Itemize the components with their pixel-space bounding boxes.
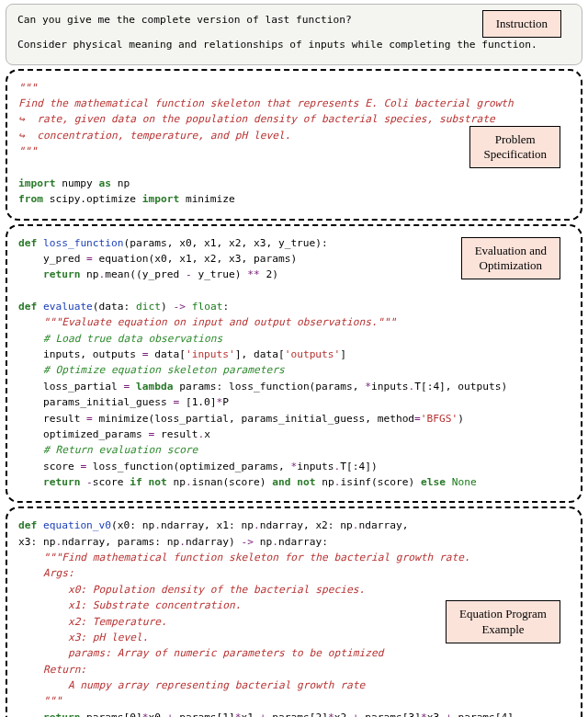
comment: # Load true data observations (43, 333, 222, 345)
op-plus: + (260, 711, 266, 717)
kw-return: return (43, 711, 80, 717)
doc-x2: x2: Temperature. (68, 616, 167, 628)
str: 'BFGS' (421, 413, 458, 425)
bf-float: float (192, 301, 223, 313)
op-star: * (421, 711, 427, 717)
triple-open: """ (18, 82, 37, 94)
op-dstar: ** (247, 268, 259, 280)
txt: ndarray: (278, 536, 328, 548)
txt: T[:4]) (340, 461, 377, 472)
txt: score (93, 476, 130, 488)
txt: score (18, 461, 80, 472)
txt: np (315, 476, 334, 488)
spec-l3: concentration, temperature, and pH level… (37, 130, 290, 142)
txt: loss_function(optimized_params, (86, 461, 290, 472)
txt: equation(x0, x1, x2, x3, params) (93, 253, 297, 265)
label-instruction: Instruction (482, 10, 561, 38)
docstring: """Evaluate equation on input and output… (43, 316, 396, 328)
txt: isinf(score) (340, 476, 421, 488)
op-arrow: -> (242, 536, 254, 548)
txt: (params, x0, x1, x2, x3, y_true): (124, 237, 328, 249)
kw-from: from (18, 193, 43, 205)
txt: inputs, outputs (18, 348, 142, 360)
txt: : (222, 301, 229, 313)
kw-def: def (18, 519, 37, 531)
txt: 2) (260, 268, 278, 280)
txt: y_true) (192, 268, 248, 280)
txt: inputs (297, 461, 334, 472)
kw-and: and (272, 476, 290, 488)
txt: np (167, 476, 186, 488)
txt: ndarray) (186, 536, 242, 548)
kw-as: as (99, 177, 111, 189)
doc-x0: x0: Population density of the bacterial … (68, 584, 365, 596)
fn-evaluate: evaluate (43, 301, 93, 313)
txt: params[1] (173, 711, 234, 717)
op-plus: + (446, 711, 452, 717)
txt: optimized_params (18, 428, 148, 440)
txt: data[ (148, 348, 185, 360)
txt: (x0: np (111, 519, 154, 531)
str: 'inputs' (186, 348, 235, 360)
kw-import: import (142, 193, 179, 205)
txt: mean((y_pred (105, 268, 186, 280)
doc-ret-line: A numpy array representing bacterial gro… (68, 679, 365, 691)
kw-return: return (43, 476, 86, 488)
eval-opt-block: Evaluation and Optimization def loss_fun… (6, 224, 582, 504)
kw-lambda: lambda (136, 381, 173, 393)
txt: ) (161, 301, 173, 313)
equation-example-block: Equation Program Example def equation_v0… (6, 506, 582, 717)
label-eval-opt: Evaluation and Optimization (461, 237, 560, 280)
txt: x0 (148, 711, 166, 717)
triple-close: """ (18, 145, 37, 157)
txt: T[:4], outputs) (414, 381, 507, 393)
op-dot: . (353, 519, 359, 531)
op-arrow: -> (173, 301, 185, 313)
op-plus: + (353, 711, 359, 717)
kw-not: not (297, 476, 315, 488)
txt: [1.0] (179, 396, 216, 408)
docstring: """Find mathematical function skeleton f… (43, 552, 470, 563)
txt: x3: np (18, 536, 55, 548)
txt: minimize (179, 193, 235, 205)
txt: ndarray, params: np (62, 536, 179, 548)
txt: x1 (242, 711, 260, 717)
spec-l1: Find the mathematical function skeleton … (18, 97, 514, 109)
problem-spec-block: Problem Specification """ Find the mathe… (6, 69, 582, 221)
txt: ndarray, x1: np (161, 519, 254, 531)
kw-def: def (18, 237, 37, 249)
txt: y_pred (18, 253, 86, 265)
op-dot: . (254, 519, 260, 531)
txt: np (80, 268, 98, 280)
doc-return: Return: (43, 664, 86, 676)
bf-dict: dict (136, 301, 161, 313)
txt: params[3] (359, 711, 421, 717)
txt: inputs (371, 381, 408, 393)
txt: x3 (427, 711, 446, 717)
op-minus: - (86, 476, 93, 488)
fn-loss: loss_function (43, 237, 124, 249)
txt: params[4] (452, 711, 514, 717)
instruction-block: Instruction Can you give me the complete… (6, 4, 582, 65)
txt: scipy.optimize (43, 193, 142, 205)
kw-return: return (43, 268, 80, 280)
doc-params: params: Array of numeric parameters to b… (68, 647, 384, 659)
kw-import: import (18, 177, 55, 189)
fn-eqv0: equation_v0 (43, 519, 111, 531)
op-eq: = (86, 413, 93, 425)
op-dot: . (272, 536, 278, 548)
txt: params[0] (80, 711, 141, 717)
op-star: * (235, 711, 242, 717)
hook-icon: ↪ (18, 130, 37, 142)
txt: ] (340, 348, 346, 360)
comment: # Return evaluation score (43, 444, 198, 456)
txt: ], data[ (235, 348, 285, 360)
txt: x2 (334, 711, 353, 717)
txt: params_initial_guess (18, 396, 173, 408)
txt: result (18, 413, 86, 425)
op-star: * (328, 711, 334, 717)
txt: np (111, 177, 130, 189)
spec-l2: rate, given data on the population densi… (37, 113, 494, 125)
txt: isnan(score) (192, 476, 273, 488)
kw-else: else (421, 476, 446, 488)
